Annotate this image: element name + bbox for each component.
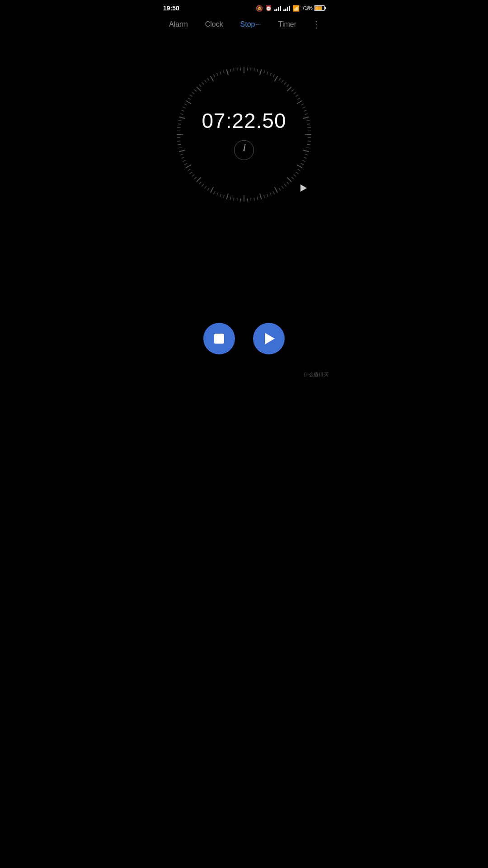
svg-line-26 [307, 120, 310, 121]
svg-line-39 [301, 163, 304, 165]
battery-icon [314, 5, 325, 11]
svg-line-44 [292, 177, 294, 179]
svg-line-75 [197, 178, 200, 181]
svg-line-68 [217, 193, 218, 195]
svg-line-52 [270, 193, 271, 195]
svg-line-104 [194, 90, 196, 91]
svg-line-57 [254, 198, 254, 200]
svg-line-10 [275, 76, 277, 81]
svg-line-27 [307, 124, 310, 124]
tab-clock[interactable]: Clock [202, 19, 227, 30]
svg-line-92 [178, 127, 180, 128]
stopwatch-display: 07:22.50 [202, 108, 286, 160]
svg-line-53 [267, 194, 268, 197]
svg-line-108 [205, 80, 206, 82]
svg-line-97 [182, 110, 184, 111]
svg-line-71 [207, 188, 209, 190]
stop-button[interactable] [203, 323, 235, 354]
battery-container: 73% [302, 5, 325, 11]
svg-line-17 [294, 92, 296, 94]
watermark: 什么值得买 [304, 371, 328, 378]
svg-line-18 [296, 95, 298, 97]
play-position-indicator [300, 184, 307, 192]
play-icon [265, 333, 275, 344]
svg-line-106 [199, 85, 201, 86]
svg-line-7 [267, 72, 268, 75]
svg-line-110 [211, 76, 213, 81]
svg-line-105 [197, 87, 200, 90]
svg-line-67 [220, 194, 221, 197]
svg-line-113 [220, 72, 221, 75]
svg-line-37 [304, 157, 307, 158]
main-content: // Will be generated by JS below 07:22.5… [156, 37, 332, 204]
svg-line-82 [183, 160, 185, 161]
svg-line-11 [279, 78, 280, 80]
stopwatch-time: 07:22.50 [202, 108, 286, 133]
svg-line-88 [178, 141, 180, 142]
play-button[interactable] [253, 323, 285, 354]
svg-line-70 [211, 188, 213, 192]
svg-line-24 [305, 113, 308, 114]
svg-line-56 [258, 197, 258, 200]
svg-line-41 [298, 169, 300, 170]
svg-line-22 [303, 107, 305, 108]
svg-line-93 [178, 124, 181, 124]
svg-line-117 [234, 68, 234, 71]
svg-line-64 [230, 197, 230, 200]
svg-line-28 [308, 127, 310, 128]
svg-line-81 [184, 163, 187, 165]
svg-line-14 [287, 85, 289, 86]
svg-line-86 [178, 148, 181, 148]
svg-line-65 [227, 193, 228, 199]
battery-percentage: 73% [302, 5, 313, 11]
nav-tabs: Alarm Clock Stop··· Timer ⋮ [156, 14, 332, 37]
svg-line-63 [234, 198, 234, 200]
svg-line-38 [303, 160, 305, 161]
svg-line-8 [270, 73, 271, 75]
wifi-icon: 📶 [292, 5, 300, 12]
svg-line-21 [301, 104, 304, 105]
svg-line-55 [260, 193, 261, 199]
svg-line-51 [273, 192, 274, 194]
svg-line-100 [186, 101, 191, 104]
svg-line-101 [188, 98, 190, 99]
svg-line-107 [202, 82, 204, 85]
svg-line-84 [180, 154, 183, 155]
svg-line-94 [178, 120, 181, 121]
tab-timer[interactable]: Timer [275, 19, 300, 30]
svg-line-118 [237, 68, 238, 71]
svg-line-48 [282, 186, 283, 189]
svg-line-45 [287, 178, 291, 181]
svg-line-20 [297, 101, 302, 104]
svg-line-98 [183, 107, 185, 108]
svg-line-78 [190, 172, 192, 174]
svg-line-46 [287, 182, 289, 184]
svg-line-15 [287, 87, 291, 90]
signal-bars-2 [283, 5, 290, 11]
svg-line-58 [251, 198, 251, 201]
svg-line-87 [178, 144, 181, 145]
svg-line-19 [298, 98, 300, 99]
tab-stopwatch[interactable]: Stop··· [237, 19, 265, 30]
alarm-icon: ⏰ [265, 5, 272, 11]
svg-line-54 [264, 195, 265, 198]
svg-line-49 [279, 188, 280, 190]
svg-line-73 [202, 184, 204, 186]
svg-line-77 [192, 175, 194, 176]
svg-line-47 [284, 184, 286, 186]
bottom-controls [156, 323, 332, 354]
tab-alarm[interactable]: Alarm [165, 19, 192, 30]
svg-line-4 [258, 69, 258, 71]
svg-line-16 [292, 90, 294, 91]
small-dial [234, 140, 254, 160]
status-time: 19:50 [163, 5, 179, 12]
svg-line-109 [207, 78, 209, 80]
svg-line-74 [199, 182, 201, 184]
status-bar: 19:50 🔕 ⏰ 📶 73% [156, 0, 332, 14]
svg-line-95 [179, 117, 185, 118]
svg-line-79 [188, 169, 190, 170]
svg-line-114 [223, 71, 224, 73]
more-menu-button[interactable]: ⋮ [310, 17, 323, 32]
svg-line-6 [264, 71, 265, 73]
signal-bars-1 [274, 5, 281, 11]
